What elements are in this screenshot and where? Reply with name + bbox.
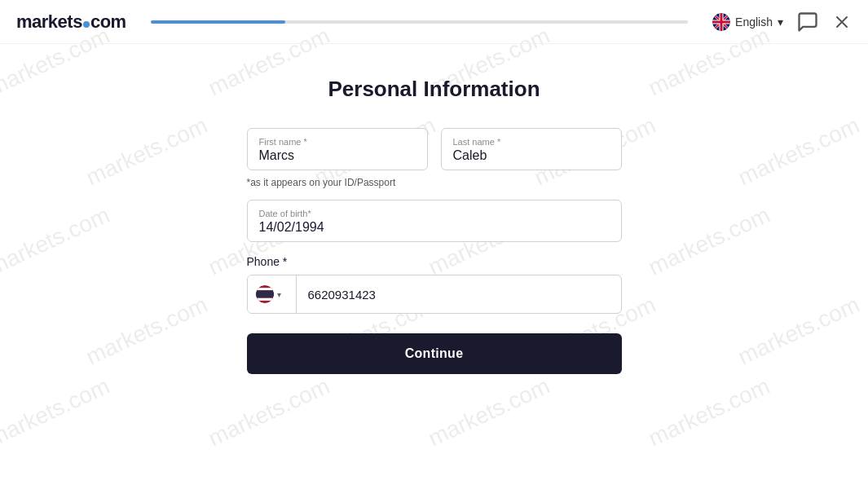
- dob-value: 14/02/1994: [259, 220, 324, 234]
- id-note: *as it appears on your ID/Passport: [247, 177, 622, 188]
- phone-label: Phone *: [247, 255, 622, 268]
- first-name-field[interactable]: First name * Marcs: [247, 128, 428, 170]
- country-chevron-icon: ▾: [277, 290, 281, 299]
- last-name-value: Caleb: [453, 148, 487, 162]
- svg-rect-6: [256, 298, 274, 301]
- continue-button[interactable]: Continue: [247, 333, 622, 374]
- svg-rect-4: [256, 288, 274, 290]
- uk-flag-icon: [712, 13, 730, 31]
- last-name-label: Last name *: [453, 137, 610, 147]
- page-title: Personal Information: [328, 77, 540, 102]
- dob-field[interactable]: Date of birth* 14/02/1994: [247, 200, 622, 242]
- progress-bar: [151, 20, 688, 24]
- country-selector[interactable]: ▾: [248, 275, 297, 313]
- header-right: English ▾: [712, 11, 852, 33]
- close-icon[interactable]: [832, 12, 852, 32]
- language-selector[interactable]: English ▾: [712, 13, 783, 31]
- language-arrow: ▾: [778, 15, 783, 29]
- dob-label: Date of birth*: [259, 209, 610, 218]
- logo-dot: [83, 21, 90, 28]
- logo-text: marketscom: [16, 11, 126, 33]
- main-content: Personal Information First name * Marcs …: [0, 44, 868, 407]
- form-container: First name * Marcs Last name * Caleb *as…: [247, 128, 622, 374]
- chat-icon[interactable]: [796, 11, 819, 33]
- language-label: English: [735, 15, 773, 29]
- svg-rect-5: [256, 290, 274, 297]
- progress-bar-fill: [151, 20, 285, 24]
- thailand-flag-icon: [256, 285, 274, 303]
- logo: marketscom: [16, 11, 126, 33]
- header: marketscom English ▾: [0, 0, 868, 44]
- first-name-value: Marcs: [259, 148, 295, 162]
- phone-input[interactable]: [297, 275, 621, 313]
- name-row: First name * Marcs Last name * Caleb: [247, 128, 622, 170]
- phone-row: ▾: [247, 275, 622, 314]
- first-name-label: First name *: [259, 137, 416, 147]
- last-name-field[interactable]: Last name * Caleb: [441, 128, 622, 170]
